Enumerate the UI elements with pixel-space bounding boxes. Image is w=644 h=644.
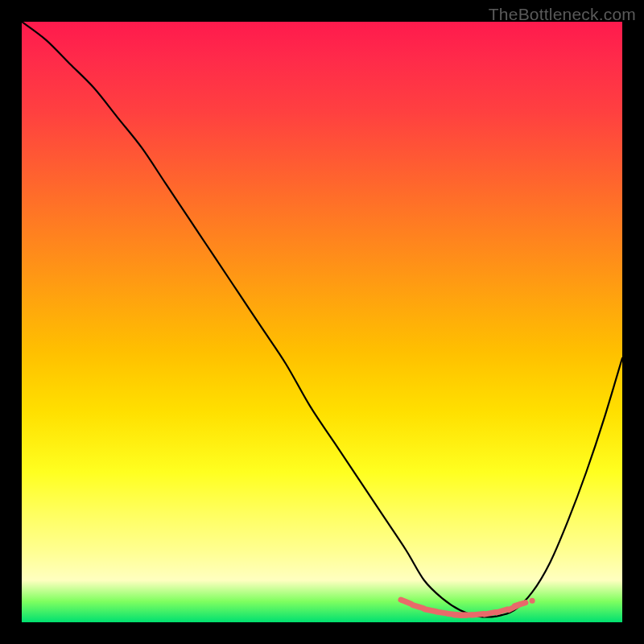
optimal-marker: [497, 609, 507, 613]
optimal-marker: [514, 603, 525, 606]
optimal-marker: [401, 600, 411, 604]
bottleneck-curve-line: [22, 22, 622, 617]
chart-plot-area: [22, 22, 622, 622]
chart-svg: [22, 22, 622, 622]
optimal-range-markers: [401, 600, 532, 615]
optimal-marker: [413, 605, 423, 609]
